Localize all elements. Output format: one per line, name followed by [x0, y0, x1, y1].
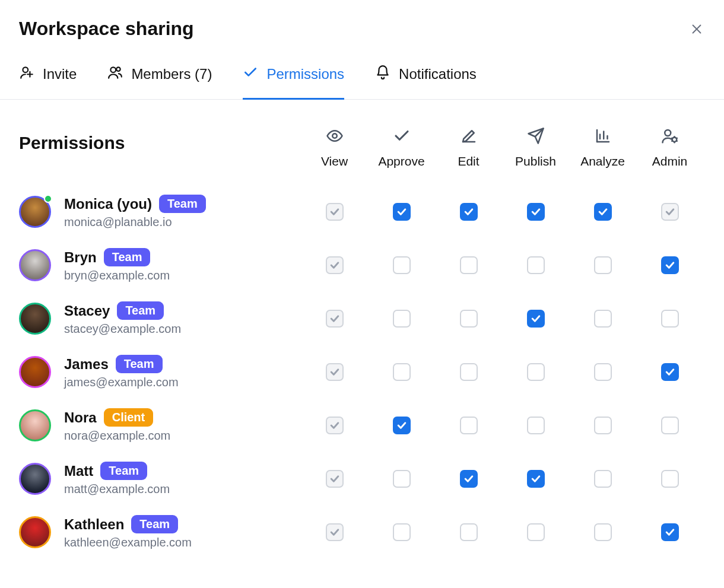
- user-email: bryn@example.com: [64, 269, 170, 282]
- tab-notifications[interactable]: Notifications: [375, 59, 477, 100]
- permission-checkbox-publish[interactable]: [527, 417, 545, 434]
- user-email: james@example.com: [64, 376, 179, 389]
- column-header-label: Analyze: [580, 154, 625, 169]
- user-name: Nora: [64, 409, 97, 426]
- permission-checkbox-analyze[interactable]: [594, 256, 612, 274]
- user-info: KathleenTeamkathleen@example.com: [64, 515, 192, 549]
- permission-checkbox-analyze[interactable]: [594, 310, 612, 328]
- tab-label: Notifications: [399, 66, 477, 82]
- user-row: Monica (you)Teammonica@planable.io: [19, 185, 705, 239]
- permission-checkbox-admin[interactable]: [661, 470, 679, 488]
- permission-checkbox-publish[interactable]: [527, 470, 545, 488]
- user-admin-icon: [661, 127, 679, 147]
- user-cell: KathleenTeamkathleen@example.com: [19, 515, 301, 549]
- permission-checkbox-admin[interactable]: [661, 523, 679, 541]
- permission-checkbox-edit[interactable]: [460, 256, 478, 274]
- tab-members[interactable]: Members (7): [107, 59, 212, 100]
- role-badge: Team: [116, 355, 163, 373]
- permission-checkbox-analyze[interactable]: [594, 417, 612, 434]
- permission-cell-publish: [502, 470, 569, 488]
- user-cell: JamesTeamjames@example.com: [19, 355, 301, 389]
- workspace-sharing-dialog: Workspace sharing InviteMembers (7)Permi…: [0, 0, 724, 559]
- permission-cell-approve: [368, 417, 435, 434]
- user-info: NoraClientnora@example.com: [64, 408, 170, 443]
- permission-cell-edit: [435, 417, 502, 434]
- bar-chart-icon: [594, 127, 612, 147]
- permission-cell-edit: [435, 256, 502, 274]
- role-badge: Team: [104, 248, 151, 266]
- permission-checkbox-edit[interactable]: [460, 523, 478, 541]
- permission-cell-admin: [636, 203, 703, 221]
- permission-checkbox-approve[interactable]: [393, 523, 411, 541]
- permission-checkbox-admin[interactable]: [661, 310, 679, 328]
- permission-checkbox-analyze[interactable]: [594, 203, 612, 221]
- permission-checkbox-edit[interactable]: [460, 470, 478, 488]
- permission-checkbox-approve[interactable]: [393, 256, 411, 274]
- tab-permissions[interactable]: Permissions: [243, 59, 344, 100]
- permission-cell-publish: [502, 203, 569, 221]
- permission-checkbox-publish[interactable]: [527, 523, 545, 541]
- permission-cell-view: [301, 523, 368, 541]
- svg-point-2: [23, 67, 28, 72]
- user-name: James: [64, 356, 109, 373]
- user-row: BrynTeambryn@example.com: [19, 239, 705, 292]
- permission-checkbox-edit[interactable]: [460, 417, 478, 434]
- permission-checkbox-view: [326, 470, 344, 488]
- send-icon: [527, 127, 545, 147]
- permission-cell-edit: [435, 310, 502, 328]
- permission-cell-view: [301, 470, 368, 488]
- permission-checkbox-approve[interactable]: [393, 417, 411, 434]
- permission-checkbox-admin[interactable]: [661, 256, 679, 274]
- user-name: Monica (you): [64, 196, 152, 212]
- user-cell: StaceyTeamstacey@example.com: [19, 301, 301, 336]
- avatar-image: [19, 463, 51, 495]
- tab-label: Permissions: [266, 66, 344, 82]
- tab-invite[interactable]: Invite: [19, 59, 77, 100]
- permission-cell-approve: [368, 310, 435, 328]
- column-header-label: View: [321, 154, 348, 169]
- permission-checkbox-admin[interactable]: [661, 363, 679, 381]
- permission-cell-admin: [636, 363, 703, 381]
- permission-checkbox-publish[interactable]: [527, 203, 545, 221]
- permission-cell-view: [301, 417, 368, 434]
- permission-checkbox-approve[interactable]: [393, 470, 411, 488]
- permission-cell-edit: [435, 363, 502, 381]
- permission-cell-publish: [502, 256, 569, 274]
- user-row: KathleenTeamkathleen@example.com: [19, 506, 705, 559]
- avatar-image: [19, 516, 51, 548]
- permission-cell-approve: [368, 256, 435, 274]
- close-icon: [690, 23, 703, 36]
- permission-cell-publish: [502, 417, 569, 434]
- permission-cell-analyze: [569, 417, 636, 434]
- user-row: StaceyTeamstacey@example.com: [19, 292, 705, 345]
- check-icon: [243, 65, 258, 84]
- avatar-image: [19, 303, 51, 335]
- permission-checkbox-approve[interactable]: [393, 310, 411, 328]
- tab-label: Invite: [43, 66, 77, 82]
- user-name-line: StaceyTeam: [64, 301, 181, 320]
- permission-checkbox-analyze[interactable]: [594, 363, 612, 381]
- permission-checkbox-edit[interactable]: [460, 310, 478, 328]
- column-header-edit: Edit: [435, 127, 502, 169]
- user-name-line: BrynTeam: [64, 248, 170, 266]
- permission-checkbox-publish[interactable]: [527, 256, 545, 274]
- tab-label: Members (7): [131, 66, 212, 82]
- permission-checkbox-edit[interactable]: [460, 363, 478, 381]
- close-button[interactable]: [688, 21, 705, 37]
- permission-checkbox-publish[interactable]: [527, 363, 545, 381]
- permission-checkbox-publish[interactable]: [527, 310, 545, 328]
- permissions-rows: Monica (you)Teammonica@planable.ioBrynTe…: [19, 185, 705, 559]
- role-badge: Team: [117, 301, 164, 320]
- permission-checkbox-analyze[interactable]: [594, 470, 612, 488]
- column-header-publish: Publish: [502, 127, 569, 169]
- permission-checkbox-approve[interactable]: [393, 363, 411, 381]
- user-row: JamesTeamjames@example.com: [19, 345, 705, 399]
- permission-checkbox-analyze[interactable]: [594, 523, 612, 541]
- permission-cell-publish: [502, 523, 569, 541]
- permission-checkbox-admin[interactable]: [661, 417, 679, 434]
- permission-cell-edit: [435, 203, 502, 221]
- permission-checkbox-approve[interactable]: [393, 203, 411, 221]
- user-name: Stacey: [64, 303, 110, 319]
- svg-point-6: [117, 67, 121, 71]
- permission-checkbox-edit[interactable]: [460, 203, 478, 221]
